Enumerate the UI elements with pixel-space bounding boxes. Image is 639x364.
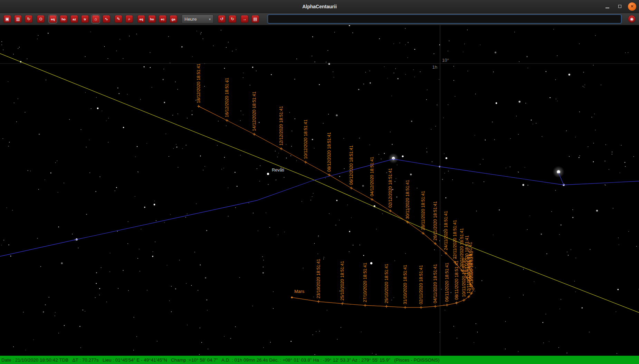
toolbar: ▣▥↻ ⊙ eqhoaztr⌂∿ ✎⌕ eqhoecga Heure ▾ ↺↻ … bbox=[0, 13, 639, 25]
time-step-value: Heure bbox=[184, 17, 197, 22]
minimize-button[interactable] bbox=[603, 2, 611, 11]
center-target-icon[interactable]: ⊙ bbox=[37, 15, 45, 23]
observatory-setup-icon[interactable]: ▥ bbox=[14, 15, 22, 23]
window-title: AlphaCentaurii bbox=[302, 4, 337, 9]
mars-date-label: 14/12/2020 18:51:41 bbox=[252, 91, 257, 131]
mars-date-label: 06/11/2020 18:51:41 bbox=[445, 263, 449, 302]
toolbar-group-file: ▣▥↻ bbox=[3, 15, 32, 23]
status-text: Date : 21/10/2020 18:50:42 TDB ΔT : 70.2… bbox=[0, 357, 440, 363]
mars-indicator-icon[interactable]: ◉ bbox=[628, 15, 636, 23]
mars-date-label: 27/10/2020 18:51:41 bbox=[363, 263, 368, 302]
mars-date-label: 04/12/2020 18:51:41 bbox=[370, 157, 374, 196]
time-backward-icon[interactable]: ↺ bbox=[218, 15, 226, 23]
mars-date-label: 02/11/2020 18:51:41 bbox=[419, 265, 423, 304]
mars-date-label: 14/11/2020 18:51:41 bbox=[469, 251, 474, 290]
mars-date-label: 10/12/2020 18:51:41 bbox=[303, 119, 308, 159]
minimize-icon bbox=[605, 8, 609, 8]
revati-label: Revati bbox=[272, 168, 284, 173]
annotate-icon[interactable]: ✎ bbox=[115, 15, 122, 23]
statusbar: Date : 21/10/2020 18:50:42 TDB ΔT : 70.2… bbox=[0, 356, 639, 364]
toolbar-group-time: ↺↻ bbox=[218, 15, 236, 23]
mars-date-label: 30/11/2020 18:51:41 bbox=[405, 180, 410, 219]
time-step-select[interactable]: Heure ▾ bbox=[182, 14, 213, 23]
toolbar-group-display: eqhoaztr⌂∿ bbox=[49, 15, 110, 23]
mars-date-label: 22/11/2020 18:51:41 bbox=[452, 220, 457, 259]
mars-date-label: 26/11/2020 18:51:41 bbox=[433, 201, 438, 240]
close-icon: × bbox=[631, 3, 634, 9]
object-search-input[interactable] bbox=[268, 14, 621, 23]
star bbox=[97, 108, 99, 109]
mars-date-label: 02/12/2020 18:51:41 bbox=[388, 168, 393, 208]
star bbox=[496, 102, 497, 104]
mars-date-label: 23/10/2020 18:51:41 bbox=[316, 259, 321, 298]
mars-date-label: 04/11/2020 18:51:41 bbox=[433, 264, 438, 303]
grid-ecliptic-icon[interactable]: ec bbox=[159, 15, 166, 23]
chevron-down-icon: ▾ bbox=[209, 17, 211, 21]
mars-date-label: 10/11/2020 18:51:41 bbox=[461, 258, 466, 297]
chart-settings-icon[interactable]: ▣ bbox=[3, 15, 11, 23]
track-object-icon[interactable]: → bbox=[241, 15, 248, 23]
maximize-icon bbox=[618, 5, 621, 8]
mars-date-label: 12/12/2020 18:51:41 bbox=[279, 106, 284, 146]
maximize-button[interactable] bbox=[616, 2, 624, 11]
mars-date-label: 25/10/2020 18:51:41 bbox=[340, 261, 345, 301]
sky-chart: 1h10°18/12/2020 18:51:4116/12/2020 18:51… bbox=[0, 25, 639, 356]
dec-grid-label: 10° bbox=[442, 58, 449, 63]
star bbox=[328, 63, 330, 65]
save-chart-icon[interactable]: ▤ bbox=[251, 15, 259, 23]
mars-date-label: 16/12/2020 18:51:41 bbox=[225, 78, 229, 117]
coord-transit-icon[interactable]: tr bbox=[81, 15, 89, 23]
toolbar-group-target: ⊙ bbox=[37, 15, 45, 23]
toolbar-group-edit: ✎⌕ bbox=[115, 15, 133, 23]
mars-label: Mars bbox=[294, 289, 304, 294]
mars-date-label: 28/11/2020 18:51:41 bbox=[421, 191, 426, 230]
sky-chart-canvas[interactable]: 1h10°18/12/2020 18:51:4116/12/2020 18:51… bbox=[0, 25, 639, 356]
star bbox=[267, 173, 269, 175]
mars-date-label: 31/10/2020 18:51:41 bbox=[403, 265, 408, 304]
titlebar[interactable]: AlphaCentaurii × bbox=[0, 0, 639, 13]
field-curve-icon[interactable]: ∿ bbox=[103, 15, 110, 23]
coord-altaz-icon[interactable]: az bbox=[70, 15, 78, 23]
star bbox=[402, 155, 403, 157]
coord-equatorial-icon[interactable]: eq bbox=[49, 15, 57, 23]
time-forward-icon[interactable]: ↻ bbox=[229, 15, 236, 23]
mars-date-label: 08/11/2020 18:51:41 bbox=[454, 260, 459, 300]
close-button[interactable]: × bbox=[628, 2, 636, 11]
grid-galactic-icon[interactable]: ga bbox=[170, 15, 177, 23]
mars-date-label: 24/11/2020 18:51:41 bbox=[444, 211, 448, 250]
zoom-finder-icon[interactable]: ⌕ bbox=[125, 15, 133, 23]
update-chart-icon[interactable]: ↻ bbox=[25, 15, 32, 23]
grid-horizontal-icon[interactable]: ho bbox=[148, 15, 156, 23]
toolbar-group-grids: eqhoecga bbox=[137, 15, 177, 23]
mars-point[interactable] bbox=[291, 296, 293, 298]
mars-date-label: 06/12/2020 18:51:41 bbox=[349, 145, 354, 185]
horizon-display-icon[interactable]: ⌂ bbox=[92, 15, 99, 23]
mars-date-label: 18/12/2020 18:51:41 bbox=[196, 63, 201, 103]
ra-grid-label: 1h bbox=[432, 65, 437, 70]
mars-date-label: 08/12/2020 18:51:41 bbox=[327, 132, 332, 172]
window-controls: × bbox=[603, 0, 636, 13]
toolbar-group-actions: →▤ bbox=[241, 15, 259, 23]
coord-horizontal-icon[interactable]: ho bbox=[60, 15, 67, 23]
star bbox=[154, 204, 155, 206]
mars-date-label: 29/10/2020 18:51:41 bbox=[384, 264, 389, 303]
grid-equatorial-icon[interactable]: eq bbox=[137, 15, 145, 23]
star bbox=[370, 262, 372, 264]
app-window: AlphaCentaurii × ▣▥↻ ⊙ eqhoaztr⌂∿ ✎⌕ eqh… bbox=[0, 0, 639, 364]
